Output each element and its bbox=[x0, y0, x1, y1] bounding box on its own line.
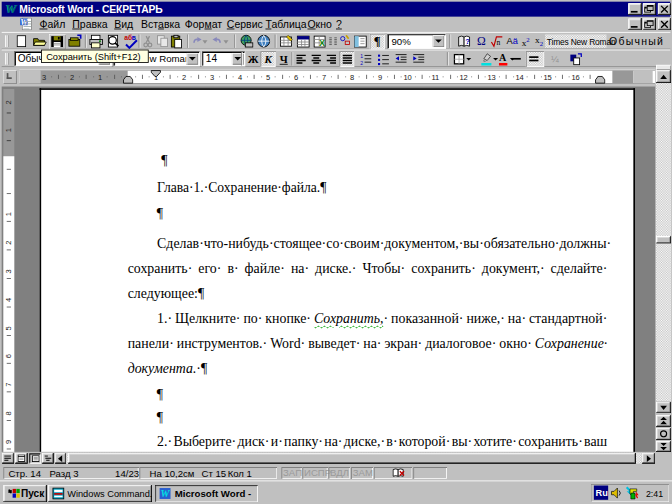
svg-text:W: W bbox=[160, 488, 170, 499]
svg-text:2: 2 bbox=[360, 60, 363, 66]
svg-text:?: ? bbox=[465, 37, 470, 46]
svg-text:W: W bbox=[20, 18, 28, 26]
svg-text:W: W bbox=[6, 3, 18, 16]
svg-text:n: n bbox=[496, 38, 500, 47]
svg-text:1: 1 bbox=[360, 53, 363, 59]
svg-text:в: в bbox=[132, 34, 136, 41]
svg-text:X: X bbox=[319, 38, 325, 48]
